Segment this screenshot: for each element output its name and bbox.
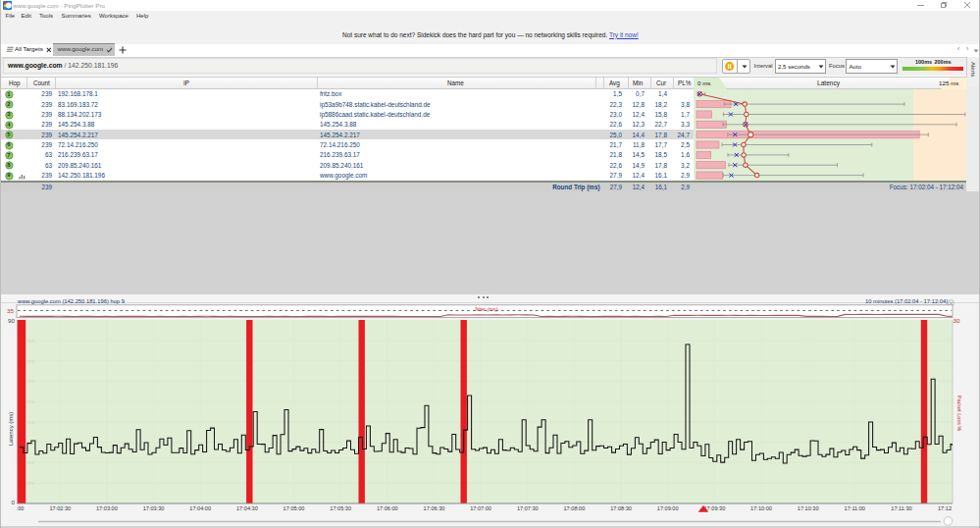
svg-text:30: 30 [954,317,960,324]
svg-text:17:08:00: 17:08:00 [564,505,586,511]
svg-text:17:04:00: 17:04:00 [189,505,211,511]
svg-text:17:10:00: 17:10:00 [750,505,772,511]
svg-text:17:09:30: 17:09:30 [704,505,726,511]
svg-text:17:12: 17:12 [938,505,952,511]
svg-text:17:07:30: 17:07:30 [517,505,539,511]
svg-text:17:07:00: 17:07:00 [470,505,491,511]
svg-text:17:11:00: 17:11:00 [845,505,865,511]
svg-text:17:03:30: 17:03:30 [143,505,165,511]
svg-text:17:06:30: 17:06:30 [424,505,445,511]
svg-text:90: 90 [8,317,15,324]
svg-text:Packet Loss %: Packet Loss % [956,396,962,431]
svg-text:0: 0 [12,499,16,505]
svg-text::00: :00 [17,505,25,511]
svg-text:17:03:00: 17:03:00 [96,505,118,511]
svg-text:17:10:30: 17:10:30 [798,505,819,511]
svg-text:17:05:30: 17:05:30 [330,505,351,511]
svg-text:17:04:30: 17:04:30 [236,505,258,511]
svg-text:Latency (ms): Latency (ms) [8,412,14,447]
svg-text:17:08:30: 17:08:30 [610,505,632,511]
svg-text:17:09:00: 17:09:00 [657,505,679,511]
svg-text:17:05:00: 17:05:00 [284,505,305,511]
svg-text:35: 35 [7,307,14,314]
svg-text:17:11:30: 17:11:30 [891,505,911,511]
svg-text:Jitter (ms): Jitter (ms) [473,306,498,312]
svg-text:17:06:00: 17:06:00 [377,505,398,511]
svg-text:17:02:30: 17:02:30 [49,505,71,511]
